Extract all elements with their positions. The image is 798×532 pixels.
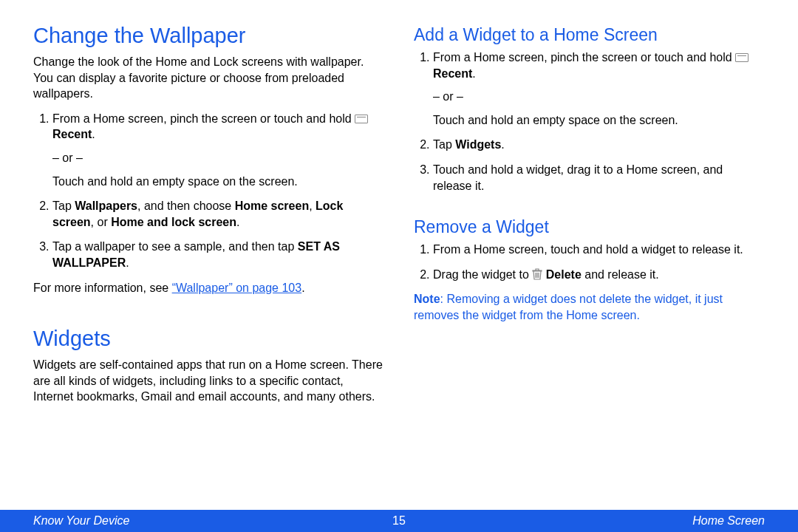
- note-label: Note: [414, 293, 440, 305]
- note-remove-widget: Note: Removing a widget does not delete …: [414, 291, 765, 323]
- footer-page-number: 15: [392, 514, 406, 528]
- footer-left: Know Your Device: [33, 514, 129, 528]
- list-item: From a Home screen, touch and hold a wid…: [433, 242, 765, 258]
- text: Drag the widget to: [433, 268, 532, 281]
- list-item: From a Home screen, pinch the screen or …: [52, 111, 384, 189]
- bold: Wallpapers: [75, 200, 137, 212]
- left-column: Change the Wallpaper Change the look of …: [33, 22, 384, 495]
- text: Tap: [52, 200, 75, 212]
- list-item: Touch and hold a widget, drag it to a Ho…: [433, 162, 765, 194]
- text: .: [92, 128, 95, 140]
- text: From a Home screen, pinch the screen or …: [52, 112, 355, 125]
- text: , or: [91, 216, 112, 228]
- heading-widgets: Widgets: [33, 327, 384, 351]
- list-item: Drag the widget to Delete and release it…: [433, 267, 765, 283]
- list-item: Tap Widgets.: [433, 137, 765, 153]
- text: and release it.: [582, 268, 659, 281]
- bold: Home screen: [235, 200, 310, 212]
- trash-icon: [532, 268, 542, 280]
- recent-icon: [735, 53, 748, 62]
- text: .: [501, 138, 504, 151]
- page-footer: Know Your Device 15 Home Screen: [0, 510, 798, 532]
- list-item: Tap Wallpapers, and then choose Home scr…: [52, 198, 384, 230]
- bold-recent: Recent: [433, 67, 472, 80]
- text: .: [301, 282, 304, 294]
- alt-text: Touch and hold an empty space on the scr…: [433, 112, 765, 129]
- text: Tap: [433, 138, 455, 151]
- bold: Home and lock screen: [111, 216, 236, 228]
- text: ,: [309, 200, 316, 212]
- list-item: Tap a wallpaper to see a sample, and the…: [52, 239, 384, 270]
- text: , and then choose: [137, 200, 235, 212]
- paragraph-widgets-intro: Widgets are self-contained apps that run…: [33, 357, 384, 405]
- note-text: Removing a widget does not delete the wi…: [414, 293, 723, 321]
- link-wallpaper-page[interactable]: “Wallpaper” on page 103: [172, 282, 302, 294]
- bold-recent: Recent: [52, 128, 92, 140]
- footer-right: Home Screen: [692, 514, 765, 528]
- heading-add-widget: Add a Widget to a Home Screen: [414, 25, 765, 45]
- list-add-widget: From a Home screen, pinch the screen or …: [414, 50, 765, 194]
- heading-remove-widget: Remove a Widget: [414, 217, 765, 237]
- heading-change-wallpaper: Change the Wallpaper: [33, 24, 384, 48]
- list-change-wallpaper: From a Home screen, pinch the screen or …: [33, 111, 384, 271]
- text: .: [236, 216, 239, 228]
- right-column: Add a Widget to a Home Screen From a Hom…: [414, 22, 765, 495]
- paragraph-wallpaper-intro: Change the look of the Home and Lock scr…: [33, 54, 384, 102]
- text: .: [472, 67, 475, 80]
- text: For more information, see: [33, 282, 172, 294]
- paragraph-more-info: For more information, see “Wallpaper” on…: [33, 280, 384, 296]
- text: Tap a wallpaper to see a sample, and the…: [52, 240, 298, 253]
- list-remove-widget: From a Home screen, touch and hold a wid…: [414, 242, 765, 282]
- list-item: From a Home screen, pinch the screen or …: [433, 50, 765, 128]
- or-text: – or –: [52, 150, 384, 166]
- recent-icon: [355, 115, 368, 123]
- text: From a Home screen, pinch the screen or …: [433, 51, 735, 64]
- alt-text: Touch and hold an empty space on the scr…: [52, 174, 384, 190]
- or-text: – or –: [433, 89, 765, 105]
- bold: Delete: [546, 268, 582, 281]
- bold: Widgets: [455, 138, 501, 151]
- text: .: [126, 256, 129, 269]
